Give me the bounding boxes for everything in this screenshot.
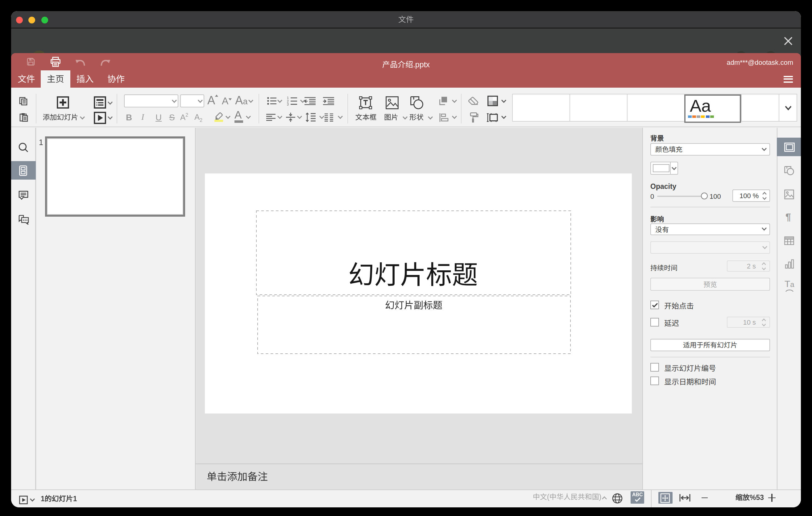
svg-text:3: 3 bbox=[287, 103, 289, 106]
